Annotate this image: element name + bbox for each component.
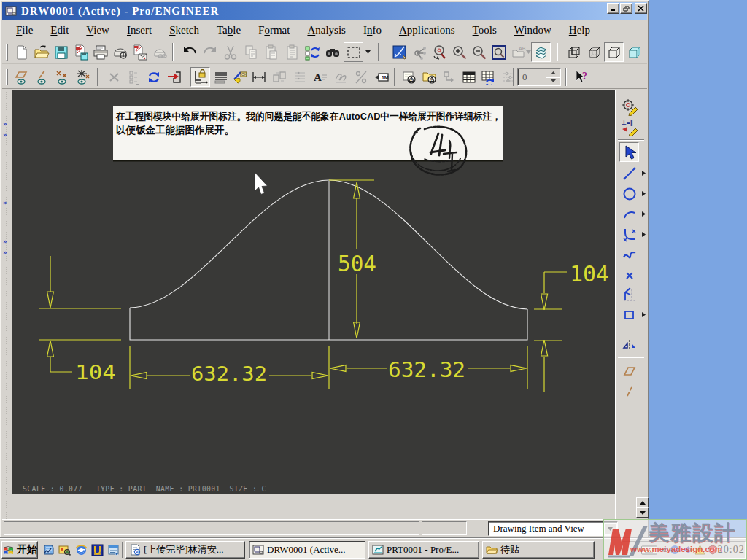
arc-tool-flyout[interactable] bbox=[640, 204, 646, 224]
menu-info[interactable]: Info bbox=[355, 23, 390, 38]
units-button[interactable]: .1M bbox=[371, 67, 391, 87]
print-button[interactable] bbox=[90, 42, 110, 62]
task-button-folder[interactable]: 待贴 bbox=[482, 541, 595, 559]
cut-button[interactable] bbox=[220, 42, 240, 62]
menu-view[interactable]: View bbox=[77, 23, 118, 38]
datum-planes-toggle[interactable] bbox=[11, 67, 31, 87]
quicklaunch-desktop[interactable] bbox=[41, 542, 55, 557]
find-button[interactable] bbox=[322, 42, 342, 62]
datum-csys-toggle[interactable] bbox=[72, 67, 92, 87]
task-button-notepad[interactable]: e [上传完毕]林清安... bbox=[125, 541, 245, 559]
task-button-prt0001[interactable]: PRT0001 - Pro/E... bbox=[368, 541, 479, 559]
text-style-button[interactable]: A bbox=[310, 67, 330, 87]
lock-view-button[interactable] bbox=[190, 67, 210, 87]
new-file-button[interactable] bbox=[12, 42, 31, 62]
menu-applications[interactable]: Applications bbox=[390, 23, 464, 38]
hidden-line-button[interactable] bbox=[584, 42, 604, 62]
related-objects-button[interactable] bbox=[150, 42, 169, 62]
sketch-tools-button[interactable] bbox=[619, 97, 639, 117]
move-item-button[interactable] bbox=[330, 67, 350, 87]
shaded-button[interactable] bbox=[624, 42, 644, 62]
datum-plane-tool-button[interactable] bbox=[619, 361, 639, 381]
line-tool-flyout[interactable] bbox=[640, 163, 646, 183]
selection-filter-dropdown[interactable] bbox=[364, 42, 372, 62]
zoom-out-button[interactable] bbox=[469, 42, 489, 62]
datum-axis-tool-button[interactable] bbox=[619, 381, 639, 401]
draft-views-button[interactable] bbox=[269, 67, 289, 87]
toolbar-gripper[interactable] bbox=[6, 44, 8, 61]
circle-tool-button[interactable] bbox=[619, 184, 639, 203]
format-paint-button[interactable]: OK bbox=[230, 67, 249, 87]
constraints-button[interactable]: ⊥=∥ bbox=[619, 117, 639, 137]
drawing-models-button[interactable] bbox=[439, 67, 459, 87]
spline-tool-button[interactable] bbox=[619, 245, 639, 265]
menu-file[interactable]: File bbox=[7, 23, 42, 38]
insert-table-button[interactable] bbox=[459, 67, 479, 87]
table-props-button[interactable] bbox=[498, 67, 518, 87]
table-lines-button[interactable] bbox=[211, 67, 231, 87]
sash-chevron-icon[interactable]: » bbox=[3, 131, 6, 139]
task-button-drw0001[interactable]: DRW0001 (Active... bbox=[249, 541, 365, 559]
paste-button[interactable] bbox=[261, 42, 281, 62]
quicklaunch-ie[interactable] bbox=[74, 542, 88, 557]
dimensions[interactable] bbox=[39, 180, 567, 392]
copy-button[interactable] bbox=[241, 42, 260, 62]
part-geometry[interactable] bbox=[130, 180, 527, 340]
align-views-button[interactable] bbox=[290, 67, 309, 87]
dimension-texts[interactable]: 504 104 104 632.32 632.32 bbox=[75, 251, 609, 385]
rectangle-tool-button[interactable] bbox=[619, 305, 639, 324]
redo-button[interactable] bbox=[200, 42, 220, 62]
no-hidden-button[interactable] bbox=[604, 42, 624, 62]
spin-center-button[interactable] bbox=[409, 42, 429, 62]
regenerate-button[interactable] bbox=[302, 42, 322, 62]
quicklaunch-ultraedit[interactable] bbox=[90, 542, 104, 557]
close-button[interactable] bbox=[635, 3, 647, 14]
email-link-button[interactable] bbox=[130, 42, 150, 62]
menu-analysis[interactable]: Analysis bbox=[298, 23, 355, 38]
title-bar[interactable]: DRW0001 (Active) - Pro/ENGINEER bbox=[2, 2, 647, 20]
circle-tool-flyout[interactable] bbox=[640, 184, 646, 203]
menu-insert[interactable]: Insert bbox=[118, 23, 160, 38]
email-model-button[interactable] bbox=[110, 42, 130, 62]
insert-sheet-button[interactable] bbox=[164, 67, 184, 87]
toolbar-gripper[interactable] bbox=[6, 69, 8, 85]
update-table-button[interactable] bbox=[479, 67, 498, 87]
sash-chevron-icon[interactable]: » bbox=[3, 199, 6, 206]
use-edge-tool-button[interactable] bbox=[619, 284, 639, 304]
quicklaunch-viewer[interactable] bbox=[57, 542, 71, 557]
refit-button[interactable] bbox=[489, 42, 508, 62]
datum-axes-toggle[interactable] bbox=[31, 67, 51, 87]
start-button[interactable]: 开始 bbox=[1, 541, 38, 559]
zoom-in-button[interactable] bbox=[449, 42, 469, 62]
menu-window[interactable]: Window bbox=[506, 23, 560, 38]
filter-combobox[interactable]: Drawing Item and View bbox=[488, 521, 618, 536]
item-list-button[interactable] bbox=[123, 67, 143, 87]
repaint-button[interactable] bbox=[390, 42, 409, 62]
selection-filter-button[interactable] bbox=[344, 42, 363, 62]
mirror-tool-button[interactable] bbox=[619, 335, 639, 355]
point-tool-button[interactable] bbox=[619, 265, 639, 285]
toolbar-scroll-up[interactable] bbox=[636, 497, 649, 508]
arc-tool-button[interactable] bbox=[619, 204, 639, 224]
sheet-number-spinner[interactable]: 0 bbox=[517, 68, 561, 86]
open-button[interactable] bbox=[31, 42, 51, 62]
menu-help[interactable]: Help bbox=[560, 23, 599, 38]
layers-button[interactable] bbox=[531, 42, 551, 62]
context-help-button[interactable]: ? bbox=[571, 67, 591, 87]
minimize-button[interactable] bbox=[607, 3, 619, 14]
menu-format[interactable]: Format bbox=[249, 23, 298, 38]
rectangle-tool-flyout[interactable] bbox=[640, 305, 646, 324]
save-button[interactable] bbox=[51, 42, 71, 62]
sash-chevron-icon[interactable]: » bbox=[3, 249, 6, 256]
orient-mode-button[interactable] bbox=[429, 42, 449, 62]
update-sheets-button[interactable] bbox=[144, 67, 163, 87]
sash-chevron-icon[interactable]: » bbox=[3, 238, 6, 245]
sidebar-sash[interactable]: » » » » » bbox=[2, 90, 12, 519]
delete-button[interactable] bbox=[104, 67, 124, 87]
fillet-tool-button[interactable] bbox=[619, 225, 639, 244]
line-tool-button[interactable] bbox=[619, 163, 639, 183]
fillet-tool-flyout[interactable] bbox=[640, 225, 646, 244]
menu-sketch[interactable]: Sketch bbox=[160, 23, 208, 38]
menu-edit[interactable]: Edit bbox=[42, 23, 77, 38]
dimension-button[interactable] bbox=[249, 67, 268, 87]
